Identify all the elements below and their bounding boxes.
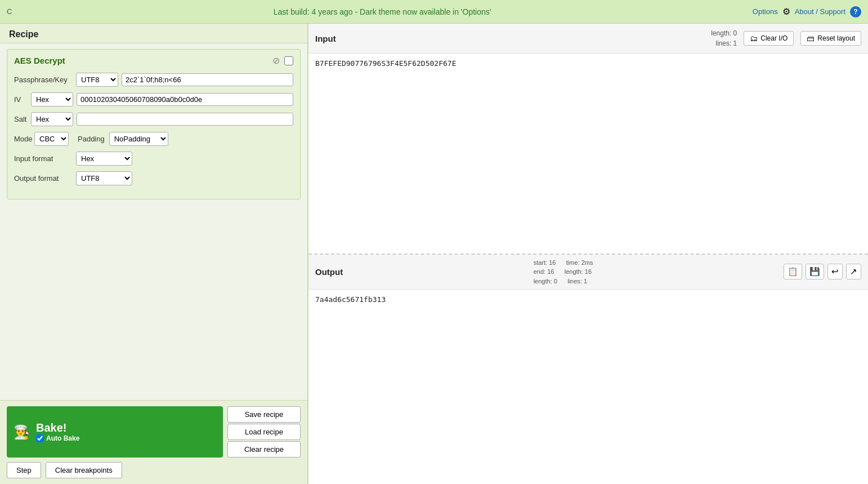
maximise-output-button[interactable]: ↗ bbox=[846, 264, 861, 279]
clear-recipe-button[interactable]: Clear recipe bbox=[227, 441, 301, 458]
output-meta: start: 16 time: 2ms end: 16 length: 16 l… bbox=[534, 258, 593, 286]
input-section: Input length: 0 lines: 1 🗂 Clear I/O � bbox=[308, 24, 868, 255]
clear-breakpoints-button[interactable]: Clear breakpoints bbox=[46, 462, 122, 478]
step-row: Step Clear breakpoints bbox=[7, 462, 301, 478]
topbar-right: Options ⚙ About / Support ? bbox=[753, 6, 861, 17]
bake-text-col: Bake! Auto Bake bbox=[36, 421, 79, 442]
input-lines-label: lines: bbox=[715, 39, 731, 47]
end-label: end: bbox=[534, 268, 545, 275]
aes-decrypt-title: AES Decrypt bbox=[14, 56, 65, 65]
aes-decrypt-header: AES Decrypt ⊘ bbox=[14, 55, 293, 66]
time-label: time: bbox=[566, 259, 580, 266]
output-value: 7a4ad6c5671fb313 bbox=[315, 295, 386, 304]
bake-label: Bake! bbox=[36, 421, 66, 434]
block-actions: ⊘ bbox=[271, 55, 293, 66]
options-link[interactable]: Options bbox=[753, 7, 778, 16]
input-header-right: length: 0 lines: 1 🗂 Clear I/O 🗃 Reset l… bbox=[711, 28, 861, 48]
mode-label: Mode bbox=[14, 135, 31, 143]
mode-row: Mode CBCCFBOFBCTRGCMECB Padding NoPaddin… bbox=[14, 132, 293, 146]
topbar-center-text: Last build: 4 years ago - Dark theme now… bbox=[12, 7, 752, 16]
out-length-label2: length: bbox=[534, 278, 552, 285]
output-stats-left: start: 16 time: 2ms end: 16 length: 16 l… bbox=[534, 258, 593, 286]
options-label: Options bbox=[753, 7, 778, 16]
main-layout: Recipe AES Decrypt ⊘ Passphrase/Key bbox=[0, 24, 868, 484]
iv-label: IV bbox=[14, 95, 31, 104]
input-format-row: Input format HexBase64UTF8Latin1 bbox=[14, 152, 293, 166]
out-length-label: length: bbox=[565, 268, 583, 275]
out-length-value: 16 bbox=[585, 268, 592, 275]
right-panel: Input length: 0 lines: 1 🗂 Clear I/O � bbox=[308, 24, 868, 484]
undo-output-button[interactable]: ↩ bbox=[827, 264, 843, 279]
passphrase-encoding-select[interactable]: UTF8HexBase64Latin1 bbox=[76, 73, 118, 87]
reset-layout-icon: 🗃 bbox=[807, 34, 815, 43]
clear-io-icon: 🗂 bbox=[750, 34, 758, 43]
load-recipe-button[interactable]: Load recipe bbox=[227, 424, 301, 440]
aes-decrypt-block: AES Decrypt ⊘ Passphrase/Key UTF8HexBase… bbox=[7, 49, 301, 199]
auto-bake-checkbox[interactable] bbox=[36, 434, 44, 442]
time-value: 2ms bbox=[581, 259, 593, 266]
iv-input[interactable] bbox=[77, 93, 293, 106]
topbar: C Last build: 4 years ago - Dark theme n… bbox=[0, 0, 868, 24]
help-icon[interactable]: ? bbox=[850, 6, 861, 17]
output-format-select[interactable]: UTF8HexBase64Latin1 bbox=[76, 171, 132, 185]
salt-row: Salt HexUTF8Base64Latin1 bbox=[14, 112, 293, 126]
save-output-button[interactable]: 💾 bbox=[806, 264, 824, 279]
output-actions: 📋 💾 ↩ ↗ bbox=[784, 264, 861, 279]
iv-encoding-select[interactable]: HexUTF8Base64Latin1 bbox=[31, 92, 73, 106]
start-label: start: bbox=[534, 259, 547, 266]
input-format-label: Input format bbox=[14, 154, 76, 163]
topbar-left-icon: C bbox=[7, 7, 12, 16]
mode-select[interactable]: CBCCFBOFBCTRGCMECB bbox=[34, 132, 69, 146]
left-bottom: 👨‍🍳 Bake! Auto Bake Save recipe Load rec… bbox=[0, 400, 307, 484]
reset-layout-label: Reset layout bbox=[817, 34, 855, 42]
reset-layout-button[interactable]: 🗃 Reset layout bbox=[800, 31, 861, 46]
output-header: Output start: 16 time: 2ms end: 16 lengt… bbox=[308, 255, 868, 290]
save-recipe-button[interactable]: Save recipe bbox=[227, 406, 301, 423]
padding-select[interactable]: NoPaddingPKCS7AnsiX923ISO10126ISO97971Ze… bbox=[109, 132, 168, 146]
input-length-value: 0 bbox=[733, 29, 737, 37]
step-button[interactable]: Step bbox=[7, 462, 41, 478]
about-support-label: About / Support bbox=[795, 7, 845, 16]
recipe-buttons: Save recipe Load recipe Clear recipe bbox=[227, 406, 301, 458]
chef-icon: 👨‍🍳 bbox=[14, 424, 30, 440]
passphrase-label: Passphrase/Key bbox=[14, 76, 76, 84]
start-value: 16 bbox=[549, 259, 556, 266]
block-disable-btn[interactable]: ⊘ bbox=[271, 55, 281, 66]
input-lines-value: 1 bbox=[733, 39, 737, 47]
bake-button[interactable]: 👨‍🍳 Bake! Auto Bake bbox=[7, 406, 223, 458]
salt-encoding-select[interactable]: HexUTF8Base64Latin1 bbox=[31, 112, 73, 126]
output-section: Output start: 16 time: 2ms end: 16 lengt… bbox=[308, 255, 868, 485]
input-header: Input length: 0 lines: 1 🗂 Clear I/O � bbox=[308, 24, 868, 54]
salt-input[interactable] bbox=[77, 113, 293, 126]
auto-bake-row: Auto Bake bbox=[36, 434, 79, 442]
end-value: 16 bbox=[547, 268, 554, 275]
gear-icon: ⚙ bbox=[782, 6, 790, 17]
out-lines-label: lines: bbox=[567, 278, 582, 285]
input-format-select[interactable]: HexBase64UTF8Latin1 bbox=[76, 152, 132, 166]
recipe-title: Recipe bbox=[9, 29, 38, 39]
bake-row: 👨‍🍳 Bake! Auto Bake Save recipe Load rec… bbox=[7, 406, 301, 458]
clear-io-label: Clear I/O bbox=[760, 34, 788, 42]
salt-label: Salt bbox=[14, 115, 31, 123]
padding-label: Padding bbox=[78, 135, 105, 143]
output-title: Output bbox=[315, 267, 343, 277]
left-panel: Recipe AES Decrypt ⊘ Passphrase/Key bbox=[0, 24, 308, 484]
copy-output-button[interactable]: 📋 bbox=[784, 264, 802, 279]
iv-row: IV HexUTF8Base64Latin1 bbox=[14, 92, 293, 106]
input-title: Input bbox=[315, 34, 336, 43]
passphrase-input[interactable] bbox=[122, 73, 293, 86]
input-stats: length: 0 lines: 1 bbox=[711, 28, 737, 48]
block-enable-checkbox[interactable] bbox=[284, 56, 293, 65]
input-length-label: length: bbox=[711, 29, 731, 37]
recipe-scroll: AES Decrypt ⊘ Passphrase/Key UTF8HexBase… bbox=[0, 43, 307, 400]
clear-io-button[interactable]: 🗂 Clear I/O bbox=[744, 31, 794, 46]
out-lines-value: 1 bbox=[584, 278, 587, 285]
auto-bake-label: Auto Bake bbox=[46, 434, 79, 442]
passphrase-row: Passphrase/Key UTF8HexBase64Latin1 bbox=[14, 73, 293, 87]
output-format-row: Output format UTF8HexBase64Latin1 bbox=[14, 171, 293, 185]
recipe-content: AES Decrypt ⊘ Passphrase/Key UTF8HexBase… bbox=[0, 43, 307, 210]
input-textarea[interactable]: B7FEFED90776796S3F4E5F62D502F67E bbox=[308, 54, 868, 254]
output-content: 7a4ad6c5671fb313 bbox=[308, 290, 868, 484]
about-support-link[interactable]: About / Support bbox=[795, 7, 845, 16]
out-length-value2: 0 bbox=[554, 278, 557, 285]
